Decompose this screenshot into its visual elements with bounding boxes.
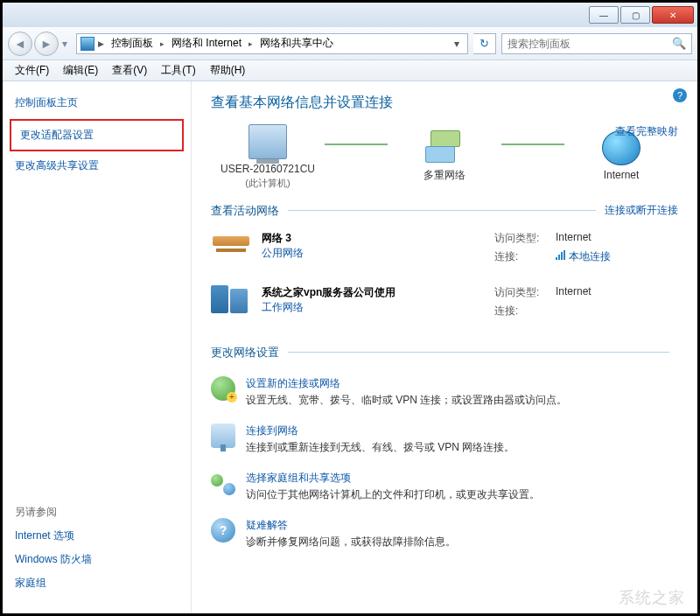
highlighted-link-box: 更改适配器设置: [10, 119, 184, 151]
work-network-icon: [211, 285, 249, 318]
navbar: ◄ ► ▾ ▶ 控制面板 ▸ 网络和 Internet ▸ 网络和共享中心 ▾ …: [3, 27, 697, 60]
watermark: 系统之家: [619, 587, 685, 608]
view-full-map-link[interactable]: 查看完整映射: [615, 124, 678, 139]
breadcrumb-item[interactable]: 控制面板: [108, 36, 157, 51]
titlebar: — ▢ ✕: [3, 3, 697, 27]
breadcrumb-sep: ▸: [160, 39, 164, 48]
task-desc: 设置无线、宽带、拨号、临时或 VPN 连接；或设置路由器或访问点。: [246, 393, 567, 408]
multi-network-icon: [425, 130, 464, 165]
forward-button[interactable]: ►: [34, 32, 59, 56]
see-also-link[interactable]: Windows 防火墙: [15, 552, 178, 567]
main: ? 查看基本网络信息并设置连接 USER-20160721CU (此计算机) 多…: [192, 81, 697, 613]
control-panel-home-link[interactable]: 控制面板主页: [15, 95, 178, 110]
menu-file[interactable]: 文件(F): [8, 63, 56, 78]
section-change-settings: 更改网络设置: [211, 345, 678, 360]
kv-label: 连接:: [494, 249, 556, 264]
body: 控制面板主页 更改适配器设置 更改高级共享设置 另请参阅 Internet 选项…: [3, 81, 697, 613]
network-map: USER-20160721CU (此计算机) 多重网络 Internet 查看完…: [211, 124, 678, 189]
breadcrumb-sep: ▸: [248, 39, 253, 48]
computer-icon: [248, 124, 287, 159]
task-item: 设置新的连接或网络 设置无线、宽带、拨号、临时或 VPN 连接；或设置路由器或访…: [211, 376, 678, 408]
section-title: 更改网络设置: [211, 345, 279, 360]
connect-network-icon: [211, 424, 235, 448]
minimize-button[interactable]: —: [589, 6, 619, 24]
breadcrumb-item[interactable]: 网络和 Internet: [168, 36, 245, 51]
troubleshoot-icon: [211, 518, 235, 542]
breadcrumb-sep: ▶: [98, 39, 104, 48]
search-icon[interactable]: 🔍: [672, 37, 686, 50]
network-name: 网络 3: [262, 231, 304, 246]
history-dropdown[interactable]: ▾: [59, 38, 71, 50]
kv-label: 访问类型:: [494, 285, 556, 300]
close-button[interactable]: ✕: [652, 6, 694, 24]
map-node-multi: 多重网络: [388, 130, 501, 183]
public-network-icon: [211, 231, 249, 264]
see-also: 另请参阅 Internet 选项 Windows 防火墙 家庭组: [15, 505, 178, 599]
section-rule: [288, 352, 669, 353]
change-adapter-settings-link[interactable]: 更改适配器设置: [20, 129, 94, 141]
map-connector: [501, 144, 564, 145]
control-panel-icon: [80, 37, 94, 51]
kv-label: 访问类型:: [494, 231, 556, 246]
menu-tools[interactable]: 工具(T): [154, 63, 202, 78]
see-also-heading: 另请参阅: [15, 505, 178, 520]
window: — ▢ ✕ ◄ ► ▾ ▶ 控制面板 ▸ 网络和 Internet ▸ 网络和共…: [0, 0, 700, 616]
task-desc: 访问位于其他网络计算机上的文件和打印机，或更改共享设置。: [246, 487, 540, 502]
page-title: 查看基本网络信息并设置连接: [211, 94, 678, 112]
task-item: 连接到网络 连接到或重新连接到无线、有线、拨号或 VPN 网络连接。: [211, 424, 678, 455]
task-item: 疑难解答 诊断并修复网络问题，或获得故障排除信息。: [211, 518, 678, 550]
refresh-button[interactable]: ↻: [473, 33, 496, 54]
task-link[interactable]: 设置新的连接或网络: [246, 377, 340, 389]
see-also-link[interactable]: 家庭组: [15, 576, 178, 591]
sidebar: 控制面板主页 更改适配器设置 更改高级共享设置 另请参阅 Internet 选项…: [3, 81, 192, 613]
back-button[interactable]: ◄: [8, 32, 32, 56]
active-network-row: 网络 3 公用网络 访问类型:Internet 连接:本地连接: [211, 222, 678, 276]
help-icon[interactable]: ?: [673, 88, 687, 102]
kv-value: Internet: [556, 231, 592, 246]
menubar: 文件(F) 编辑(E) 查看(V) 工具(T) 帮助(H): [3, 60, 697, 81]
menu-view[interactable]: 查看(V): [105, 63, 154, 78]
network-name: 系统之家vpn服务器公司使用: [262, 285, 396, 300]
maximize-button[interactable]: ▢: [620, 6, 650, 24]
task-link[interactable]: 选择家庭组和共享选项: [246, 472, 351, 484]
search-input[interactable]: [508, 38, 672, 50]
setup-connection-icon: [211, 376, 235, 401]
task-link[interactable]: 疑难解答: [246, 519, 288, 531]
section-active-networks: 查看活动网络 连接或断开连接: [211, 203, 678, 219]
menu-help[interactable]: 帮助(H): [203, 63, 253, 78]
map-label: Internet: [604, 169, 640, 183]
map-node-computer: USER-20160721CU (此计算机): [211, 124, 325, 189]
menu-edit[interactable]: 编辑(E): [56, 63, 105, 78]
map-label: USER-20160721CU: [220, 163, 315, 177]
connection-link[interactable]: 本地连接: [556, 249, 611, 264]
task-item: 选择家庭组和共享选项 访问位于其他网络计算机上的文件和打印机，或更改共享设置。: [211, 471, 678, 502]
map-label: 多重网络: [424, 169, 466, 183]
connect-disconnect-link[interactable]: 连接或断开连接: [605, 203, 678, 218]
map-sublabel: (此计算机): [245, 177, 290, 189]
active-network-row: 系统之家vpn服务器公司使用 工作网络 访问类型:Internet 连接:: [211, 276, 678, 331]
change-advanced-sharing-link[interactable]: 更改高级共享设置: [15, 158, 178, 173]
task-desc: 连接到或重新连接到无线、有线、拨号或 VPN 网络连接。: [246, 440, 514, 455]
search-box[interactable]: 🔍: [501, 33, 692, 54]
homegroup-icon: [211, 471, 235, 495]
kv-value: Internet: [556, 285, 592, 300]
network-category-link[interactable]: 工作网络: [262, 301, 304, 313]
breadcrumb[interactable]: ▶ 控制面板 ▸ 网络和 Internet ▸ 网络和共享中心 ▾: [76, 33, 468, 54]
breadcrumb-dropdown[interactable]: ▾: [450, 38, 464, 50]
section-title: 查看活动网络: [211, 203, 279, 219]
connection-icon: [556, 250, 565, 260]
map-connector: [325, 144, 388, 145]
task-desc: 诊断并修复网络问题，或获得故障排除信息。: [246, 535, 456, 550]
network-category-link[interactable]: 公用网络: [262, 247, 304, 259]
breadcrumb-item[interactable]: 网络和共享中心: [256, 36, 337, 51]
kv-label: 连接:: [494, 304, 556, 318]
see-also-link[interactable]: Internet 选项: [15, 528, 178, 543]
section-rule: [288, 210, 596, 211]
task-link[interactable]: 连接到网络: [246, 424, 298, 437]
nav-history: ◄ ► ▾: [8, 32, 71, 56]
